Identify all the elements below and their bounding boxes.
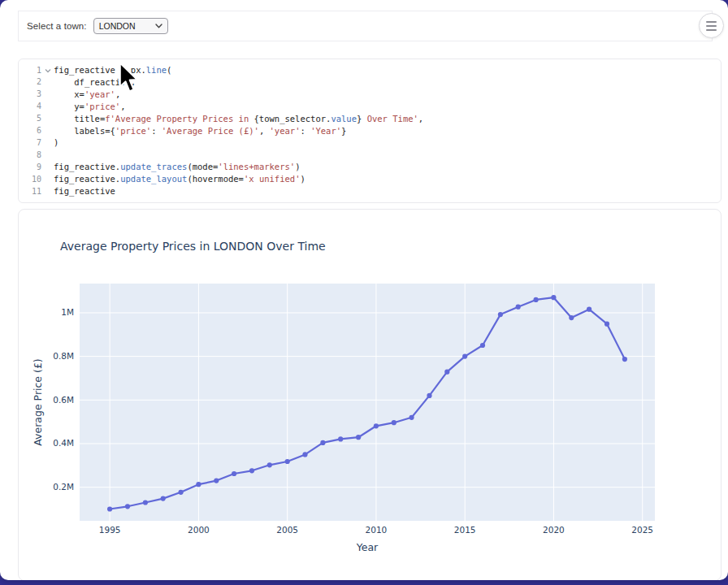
line-number: 11: [19, 185, 41, 197]
data-point-marker[interactable]: [125, 504, 130, 509]
svg-text:2020: 2020: [543, 525, 565, 535]
code-line: 5 title=f'Average Property Prices in {to…: [19, 113, 721, 125]
data-point-marker[interactable]: [143, 500, 148, 505]
line-number: 6: [19, 125, 41, 137]
x-axis: 1995200020052010201520202025: [99, 525, 653, 535]
fold-spacer: [41, 149, 54, 161]
fold-spacer: [41, 173, 54, 185]
data-point-marker[interactable]: [302, 452, 307, 457]
data-point-marker[interactable]: [444, 370, 449, 375]
code-line: 3 x='year',: [19, 89, 721, 101]
plot-area[interactable]: [80, 284, 655, 521]
town-selector-label: Select a town:: [27, 21, 87, 31]
town-selector-cell: Select a town: LONDON: [18, 11, 713, 41]
line-number: 2: [19, 76, 41, 89]
app-card: Select a town: LONDON 1fig_reactive = px…: [0, 0, 728, 580]
svg-text:0.6M: 0.6M: [53, 395, 74, 405]
line-number: 7: [19, 136, 41, 149]
data-point-marker[interactable]: [551, 295, 556, 300]
hamburger-icon: [706, 21, 717, 31]
data-point-marker[interactable]: [498, 312, 503, 317]
data-point-marker[interactable]: [516, 305, 521, 310]
chart-title: Average Property Prices in LONDON Over T…: [60, 240, 326, 253]
fold-spacer: [41, 125, 54, 137]
svg-text:2015: 2015: [454, 525, 476, 535]
fold-chevron-icon[interactable]: [41, 64, 54, 76]
data-point-marker[interactable]: [480, 343, 485, 348]
y-axis-title: Average Price (£): [32, 358, 44, 445]
town-select-value: LONDON: [99, 21, 155, 31]
data-point-marker[interactable]: [462, 353, 467, 358]
town-select[interactable]: LONDON: [93, 18, 168, 34]
fold-spacer: [41, 113, 54, 125]
code-line: 6 labels={'price': 'Average Price (£)', …: [19, 125, 721, 137]
svg-text:2010: 2010: [366, 525, 388, 535]
code-line: 9fig_reactive.update_traces(mode='lines+…: [19, 161, 721, 173]
chart-output-cell: 1995200020052010201520202025Year0.2M0.4M…: [18, 209, 722, 580]
data-point-marker[interactable]: [161, 496, 166, 500]
data-point-marker[interactable]: [392, 420, 396, 425]
data-point-marker[interactable]: [374, 423, 379, 428]
x-axis-title: Year: [356, 541, 379, 553]
code-line: 2 df_reactive,: [19, 76, 721, 89]
data-point-marker[interactable]: [232, 471, 236, 476]
code-lines: 1fig_reactive = px.line(2 df_reactive,3 …: [19, 64, 721, 197]
fold-spacer: [41, 136, 54, 149]
data-point-marker[interactable]: [338, 436, 343, 441]
line-number: 9: [19, 161, 41, 173]
svg-text:2005: 2005: [276, 525, 298, 535]
line-number: 5: [19, 113, 41, 125]
fold-spacer: [41, 89, 54, 101]
data-point-marker[interactable]: [196, 482, 201, 487]
svg-text:1995: 1995: [99, 525, 121, 535]
data-point-marker[interactable]: [320, 440, 325, 445]
line-number: 3: [19, 89, 41, 101]
fold-spacer: [41, 76, 54, 89]
data-point-marker[interactable]: [107, 506, 112, 511]
data-point-marker[interactable]: [249, 468, 254, 473]
fold-spacer: [41, 101, 54, 113]
data-point-marker[interactable]: [569, 315, 574, 320]
y-axis: 0.2M0.4M0.6M0.8M1M: [53, 307, 74, 492]
data-point-marker[interactable]: [587, 307, 592, 312]
line-number: 1: [19, 64, 41, 76]
code-line: 1fig_reactive = px.line(: [19, 64, 721, 76]
data-point-marker[interactable]: [179, 490, 184, 495]
line-number: 4: [19, 101, 41, 113]
svg-text:0.4M: 0.4M: [53, 438, 74, 448]
data-point-marker[interactable]: [356, 435, 361, 440]
data-point-marker[interactable]: [427, 393, 431, 398]
code-line: 8: [19, 149, 721, 161]
data-point-marker[interactable]: [214, 478, 219, 483]
code-line: 4 y='price',: [19, 101, 721, 113]
data-point-marker[interactable]: [285, 459, 290, 464]
code-line: 11fig_reactive: [19, 185, 721, 197]
data-point-marker[interactable]: [267, 462, 272, 467]
data-point-marker[interactable]: [410, 415, 414, 420]
fold-spacer: [41, 161, 54, 173]
svg-text:1M: 1M: [61, 307, 74, 317]
data-point-marker[interactable]: [622, 357, 627, 362]
menu-button[interactable]: [699, 13, 724, 38]
chevron-down-icon: [155, 24, 162, 28]
page: { "toolbar": { "label": "Select a town:"…: [0, 0, 728, 585]
fold-spacer: [41, 185, 54, 197]
svg-text:2025: 2025: [631, 525, 653, 535]
data-point-marker[interactable]: [604, 322, 609, 327]
price-line-chart[interactable]: 1995200020052010201520202025Year0.2M0.4M…: [19, 210, 719, 580]
line-number: 8: [19, 149, 41, 161]
code-line: 7): [19, 136, 721, 149]
svg-text:0.8M: 0.8M: [53, 351, 74, 361]
code-line: 10fig_reactive.update_layout(hovermode='…: [19, 173, 721, 185]
svg-text:2000: 2000: [188, 525, 210, 535]
data-point-marker[interactable]: [534, 297, 539, 302]
code-cell[interactable]: 1fig_reactive = px.line(2 df_reactive,3 …: [18, 58, 722, 203]
svg-text:0.2M: 0.2M: [53, 482, 74, 492]
line-number: 10: [19, 173, 41, 185]
